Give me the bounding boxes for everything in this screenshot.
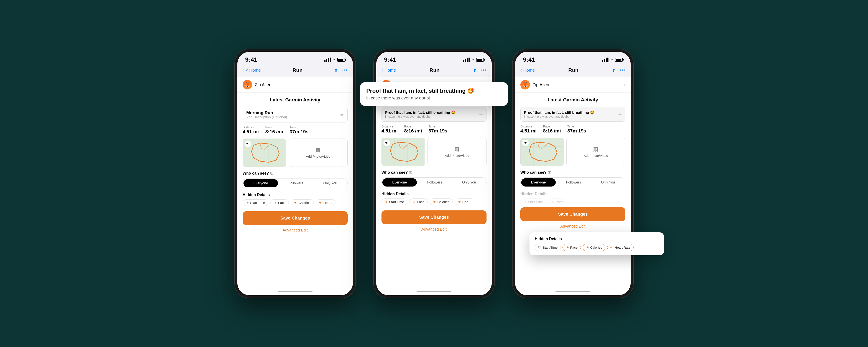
status-bar-1: 9:41 ≈ (238, 52, 353, 64)
eye-icon-tag2-1: 👁 (274, 201, 277, 205)
chevron-left-icon-1: ‹ (243, 67, 244, 73)
save-button-2[interactable]: Save Changes (381, 210, 487, 224)
privacy-btn-followers-2[interactable]: Followers (417, 178, 452, 187)
privacy-btn-everyone-2[interactable]: Everyone (382, 178, 417, 186)
phone-2: 9:41 ≈ ‹ Home Run (373, 49, 495, 298)
phone-3-frame: 9:41 ≈ ‹ Home Run (512, 49, 633, 298)
wifi-icon-3: ≈ (611, 58, 613, 62)
screen-content-1: 🦊 Zip Allen › Latest Garmin Activity Mor… (238, 77, 353, 295)
more-icon-3[interactable]: ••• (620, 68, 625, 73)
tag-heart-2[interactable]: 👁 Hea... (455, 199, 474, 205)
save-button-1[interactable]: Save Changes (243, 211, 348, 225)
hidden-tags-3: 👁 Start Time 👁 Pace (520, 199, 625, 205)
battery-icon-3 (615, 58, 623, 62)
privacy-btn-everyone-1[interactable]: Everyone (244, 179, 278, 187)
user-name-3: Zip Allen (532, 82, 549, 87)
photo-icon-3: 🖼 (593, 146, 598, 152)
privacy-btn-onlyyou-3[interactable]: Only You (591, 178, 625, 187)
chevron-left-icon-3: ‹ (520, 67, 522, 73)
privacy-btn-followers-3[interactable]: Followers (556, 178, 591, 187)
activity-name-row-1[interactable]: Morning Run Add Description (Optional) ✏ (243, 107, 348, 122)
hd-tag-pace-3[interactable]: 👁 Pace (562, 244, 581, 251)
nav-actions-1: ⬆ ••• (334, 68, 348, 73)
back-button-3[interactable]: ‹ Home (520, 67, 535, 73)
tag-starttime-1[interactable]: 👁 Start Time (243, 199, 268, 206)
tag-pace-3[interactable]: 👁 Pace (548, 199, 566, 205)
user-avatar-3: 🦊 (520, 80, 530, 89)
privacy-toggle-3[interactable]: Everyone Followers Only You (520, 177, 625, 187)
edit-icon-3[interactable]: ✏ (618, 112, 622, 117)
back-button-2[interactable]: ‹ Home (381, 67, 396, 73)
privacy-btn-followers-1[interactable]: Followers (279, 178, 313, 188)
tag-starttime-3[interactable]: 👁 Start Time (520, 199, 546, 205)
more-icon-1[interactable]: ••• (342, 68, 348, 73)
privacy-toggle-1[interactable]: Everyone Followers Only You (243, 178, 348, 188)
phone-1-frame: 9:41 ≈ ‹ < Home Run (235, 49, 356, 298)
tag-label-pace-2: Pace (417, 200, 424, 204)
tag-pace-2[interactable]: 👁 Pace (409, 199, 428, 205)
photo-icon-1: 🖼 (315, 147, 321, 153)
eye-icon-hd-heartrate-3: 👁 (611, 246, 614, 249)
edit-icon-1[interactable]: ✏ (340, 112, 344, 117)
privacy-toggle-2[interactable]: Everyone Followers Only You (381, 177, 487, 187)
hd-tag-starttime-3[interactable]: Start Time (535, 244, 561, 251)
status-time-2: 9:41 (384, 56, 396, 63)
tag-heart-1[interactable]: 👁 Hea... (316, 199, 336, 206)
distance-label-1: Distance (243, 125, 259, 129)
map-thumbnail-3[interactable]: 👁 (520, 138, 564, 166)
back-button-1[interactable]: ‹ < Home (243, 67, 261, 73)
advanced-edit-link-1[interactable]: Advanced Edit (243, 228, 348, 233)
activity-name-row-2[interactable]: Proof that I am, in fact, still breathin… (381, 107, 487, 122)
eye-icon-tag4-1: 👁 (319, 201, 322, 205)
share-icon-3[interactable]: ⬆ (612, 68, 616, 73)
share-icon-1[interactable]: ⬆ (334, 68, 338, 73)
map-thumbnail-2[interactable]: 👁 (381, 138, 425, 166)
nav-title-1: Run (292, 67, 303, 74)
tag-pace-1[interactable]: 👁 Pace (270, 199, 289, 206)
map-eye-icon-1[interactable]: 👁 (245, 141, 251, 147)
phone-1-screen: 9:41 ≈ ‹ < Home Run (238, 52, 353, 295)
add-photo-3[interactable]: 🖼 Add Photo/Video (566, 138, 625, 166)
card-2: Latest Garmin Activity Proof that I am, … (376, 93, 492, 236)
tag-starttime-2[interactable]: 👁 Start Time (381, 199, 407, 205)
time-label-1: Time (290, 125, 309, 129)
signal-icon-1 (324, 58, 331, 62)
tag-calories-2[interactable]: 👁 Calories (430, 199, 453, 205)
stats-row-1: Distance 4.51 mi Pace 8:16 /mi Time 37m … (243, 125, 348, 135)
eye-icon-hd-calories-3: 👁 (586, 246, 589, 249)
hd-tag-heartrate-3[interactable]: 👁 Heart Rate (607, 244, 634, 251)
who-can-see-label-3: Who can see? ⓘ (520, 170, 625, 175)
activity-name-row-3[interactable]: Proof that I am, in fact, still breathin… (520, 107, 625, 122)
user-arrow-3: › (624, 83, 625, 87)
share-icon-2[interactable]: ⬆ (473, 68, 477, 73)
advanced-edit-link-2[interactable]: Advanced Edit (381, 227, 487, 232)
nav-title-3: Run (568, 67, 579, 74)
map-thumbnail-1[interactable]: 👁 (243, 139, 286, 167)
card-1: Latest Garmin Activity Morning Run Add D… (238, 93, 353, 237)
add-photo-1[interactable]: 🖼 Add Photo/Video (289, 139, 348, 167)
tag-label-heart-2: Hea... (462, 200, 471, 204)
more-icon-2[interactable]: ••• (481, 68, 487, 73)
privacy-btn-onlyyou-1[interactable]: Only You (313, 178, 347, 188)
back-label-3: Home (523, 68, 535, 73)
eye-icon-tag1-1: 👁 (246, 201, 249, 205)
eye-icon-tag3-2: 👁 (433, 200, 436, 204)
add-photo-label-3: Add Photo/Video (584, 154, 608, 157)
status-bar-2: 9:41 ≈ (376, 52, 492, 64)
info-icon-3: ⓘ (548, 171, 551, 175)
edit-icon-2[interactable]: ✏ (479, 112, 483, 117)
save-button-3[interactable]: Save Changes (520, 207, 625, 221)
tag-label-calories-1: Calories (299, 201, 311, 205)
eye-icon-tag4-2: 👁 (458, 200, 461, 204)
pace-value-2: 8:16 /mi (404, 128, 422, 134)
privacy-btn-everyone-3[interactable]: Everyone (521, 178, 556, 186)
user-row-3: 🦊 Zip Allen › (515, 77, 630, 93)
tag-calories-1[interactable]: 👁 Calories (291, 199, 314, 206)
map-eye-icon-3[interactable]: 👁 (522, 140, 529, 146)
advanced-edit-link-3[interactable]: Advanced Edit (520, 224, 625, 229)
add-photo-2[interactable]: 🖼 Add Photo/Video (428, 138, 487, 166)
wifi-icon-1: ≈ (333, 58, 335, 62)
privacy-btn-onlyyou-2[interactable]: Only You (452, 178, 486, 187)
map-eye-icon-2[interactable]: 👁 (383, 140, 390, 146)
hd-tag-calories-3[interactable]: 👁 Calories (583, 244, 606, 251)
